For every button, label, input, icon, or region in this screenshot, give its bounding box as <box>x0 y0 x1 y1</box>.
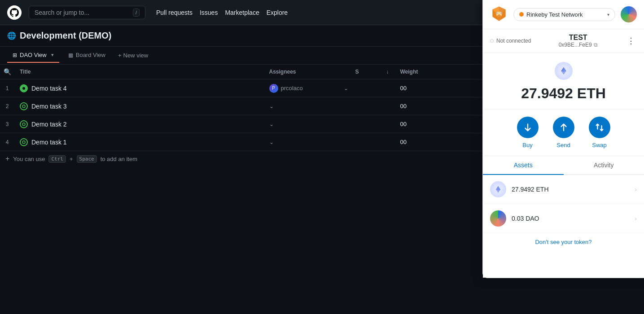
eth-asset-item[interactable]: 27.9492 ETH › <box>483 175 644 204</box>
row-title: Demo task 3 <box>14 99 264 114</box>
metamask-popup: Rinkeby Test Network ▾ Not connected TES… <box>482 0 644 278</box>
network-label: Rinkeby Test Network <box>526 11 583 18</box>
row-title: Demo task 2 <box>14 117 264 132</box>
tab-dao-view-label: DAO View <box>20 52 47 58</box>
buy-button[interactable] <box>517 117 539 138</box>
github-logo[interactable] <box>7 5 22 20</box>
account-address: 0x9BE...FeE9 ⧉ <box>534 42 622 48</box>
task-done-icon <box>20 84 28 92</box>
sort-icon: ↓ <box>386 69 389 75</box>
expand-icon[interactable]: ⌄ <box>344 85 348 92</box>
buy-action[interactable]: Buy <box>517 117 539 148</box>
tab-table-icon: ⊞ <box>13 52 17 58</box>
search-column-header[interactable]: 🔍 <box>0 65 14 79</box>
task-open-icon <box>20 120 28 128</box>
nav-marketplace[interactable]: Marketplace <box>225 9 259 16</box>
more-options-button[interactable]: ⋮ <box>625 34 637 48</box>
row-assignees: P prcolaco ⌄ <box>264 80 354 96</box>
row-title: Demo task 4 <box>14 81 264 96</box>
dont-see-token-link[interactable]: Don't see your token? <box>483 233 644 251</box>
project-title: Development (DEMO) <box>20 31 111 41</box>
plus-separator: + <box>70 156 73 162</box>
nav-explore[interactable]: Explore <box>267 9 288 16</box>
mm-tabs: Assets Activity <box>483 156 644 175</box>
row-number: 3 <box>0 121 14 127</box>
nav-pull-requests[interactable]: Pull requests <box>156 9 193 16</box>
svg-point-15 <box>501 13 502 13</box>
dao-amount: 0.03 DAO <box>512 215 539 222</box>
task-open-icon <box>20 138 28 146</box>
send-action[interactable]: Send <box>553 117 574 148</box>
row-assignees: ⌄ <box>264 100 354 113</box>
row-s <box>354 139 381 146</box>
chevron-down-icon: ▾ <box>607 12 609 17</box>
expand-icon[interactable]: ⌄ <box>269 121 274 127</box>
mm-balance-section: 27.9492 ETH <box>483 53 644 109</box>
not-connected-dot <box>490 39 494 43</box>
search-icon: 🔍 <box>4 68 11 75</box>
mm-assets-list: 27.9492 ETH › 0.03 DAO › Don't see your … <box>483 175 644 278</box>
tab-board-view[interactable]: ▦ Board View <box>63 48 111 63</box>
account-name: TEST <box>534 34 622 42</box>
connection-status: Not connected <box>490 38 531 44</box>
network-selector-button[interactable]: Rinkeby Test Network ▾ <box>513 8 615 21</box>
row-s <box>354 85 381 92</box>
svg-point-1 <box>22 123 25 126</box>
title-column-header: Title <box>14 65 264 78</box>
metamask-fox-icon <box>490 5 508 23</box>
account-info: TEST 0x9BE...FeE9 ⧉ <box>534 34 622 48</box>
mm-header: Rinkeby Test Network ▾ <box>483 0 644 29</box>
svg-point-2 <box>22 141 25 144</box>
row-title: Demo task 1 <box>14 135 264 150</box>
address-text: 0x9BE...FeE9 <box>559 42 592 48</box>
nav-issues[interactable]: Issues <box>200 9 218 16</box>
task-name: Demo task 1 <box>31 139 67 146</box>
activity-tab[interactable]: Activity <box>564 156 644 175</box>
asset-chevron-icon: › <box>635 186 637 193</box>
plus-icon: + <box>118 52 122 59</box>
not-connected-label: Not connected <box>496 38 531 44</box>
swap-button[interactable] <box>589 117 610 138</box>
account-avatar[interactable] <box>621 6 637 22</box>
tab-dao-view[interactable]: ⊞ DAO View ▾ <box>7 48 59 63</box>
new-view-button[interactable]: + New view <box>114 50 152 61</box>
expand-icon[interactable]: ⌄ <box>269 103 274 109</box>
row-number: 1 <box>0 85 14 92</box>
search-input[interactable]: Search or jump to... / <box>29 6 145 19</box>
eth-amount: 27.9492 ETH <box>512 186 549 193</box>
svg-point-0 <box>22 105 25 108</box>
send-label: Send <box>556 142 570 148</box>
expand-icon[interactable]: ⌄ <box>269 139 274 145</box>
swap-action[interactable]: Swap <box>589 117 610 148</box>
eth-logo-icon <box>555 62 573 80</box>
assignee-name: prcolaco <box>281 85 303 92</box>
mm-account-bar: Not connected TEST 0x9BE...FeE9 ⧉ ⋮ <box>483 29 644 53</box>
tab-board-view-label: Board View <box>76 52 105 58</box>
tab-options-icon[interactable]: ▾ <box>51 52 54 58</box>
row-assignees: ⌄ <box>264 118 354 131</box>
nav-links: Pull requests Issues Marketplace Explore <box>156 9 288 16</box>
network-status-dot <box>519 12 524 17</box>
task-open-icon <box>20 102 28 110</box>
row-number: 4 <box>0 139 14 145</box>
row-assignees: ⌄ <box>264 135 354 149</box>
copy-address-icon[interactable]: ⧉ <box>594 42 598 48</box>
ctrl-key: Ctrl <box>48 155 66 163</box>
sort-column-header[interactable]: ↓ <box>381 69 395 75</box>
s-column-header: S <box>354 65 381 78</box>
eth-asset-logo <box>490 181 506 197</box>
send-button[interactable] <box>553 117 574 138</box>
asset-chevron-icon: › <box>635 215 637 222</box>
task-name: Demo task 3 <box>31 103 67 110</box>
add-item-hint: You can use <box>13 156 45 162</box>
search-shortcut: / <box>133 9 140 17</box>
task-name: Demo task 4 <box>31 85 67 92</box>
assets-tab[interactable]: Assets <box>483 156 564 175</box>
swap-label: Swap <box>592 142 607 148</box>
mm-actions: Buy Send Swap <box>483 109 644 156</box>
row-number: 2 <box>0 103 14 109</box>
globe-icon: 🌐 <box>7 31 16 40</box>
buy-label: Buy <box>522 142 532 148</box>
dao-asset-item[interactable]: 0.03 DAO › <box>483 204 644 233</box>
search-placeholder: Search or jump to... <box>35 9 89 16</box>
